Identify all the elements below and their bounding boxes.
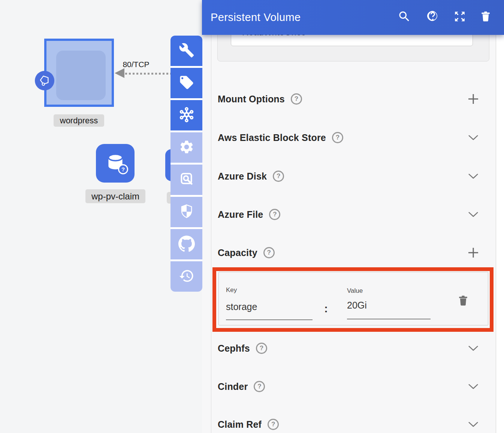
gear-icon — [179, 139, 194, 156]
section-label: Cephfs — [218, 343, 250, 354]
toolbar-shield-button[interactable] — [170, 197, 202, 227]
add-capacity-button[interactable] — [467, 246, 480, 259]
edge-dotted-line — [125, 73, 171, 75]
section-row-azure-file: Azure File ? — [218, 206, 480, 223]
help-icon — [426, 10, 440, 25]
persistent-volume-panel: ReadWriteOnce Persistent Volume — [202, 0, 504, 433]
form-left-border — [211, 35, 211, 433]
section-row-azure-disk: Azure Disk ? — [218, 168, 480, 185]
section-row-aws-ebs: Aws Elastic Block Store ? — [218, 129, 480, 146]
github-icon — [178, 235, 195, 253]
pod-badge — [35, 71, 54, 90]
expand-claim-ref-button[interactable] — [467, 418, 480, 431]
panel-header: Persistent Volume — [202, 0, 504, 35]
help-icon[interactable]: ? — [256, 343, 267, 354]
add-mount-options-button[interactable] — [467, 92, 480, 106]
toolbar-github-button[interactable] — [170, 229, 202, 259]
toolbar-doc-search-button[interactable] — [170, 165, 202, 195]
shield-icon — [179, 204, 194, 221]
section-label: Azure File — [218, 209, 263, 220]
graph-canvas: wordpress 80/TCP ? wp-pv-claim — [0, 0, 202, 433]
toolbar-wrench-button[interactable] — [170, 36, 202, 66]
question-badge: ? — [118, 164, 128, 174]
section-label: Capacity — [218, 247, 257, 258]
toolbar-settings-button[interactable] — [170, 132, 202, 163]
node-label-wp-pv-claim: wp-pv-claim — [85, 189, 145, 203]
search-icon — [398, 10, 411, 25]
help-icon[interactable]: ? — [268, 419, 279, 430]
edge-arrowhead-icon — [115, 68, 124, 78]
delete-button[interactable] — [479, 10, 493, 24]
node-wordpress-group[interactable] — [44, 39, 114, 107]
hub-network-icon — [178, 106, 195, 124]
help-button[interactable] — [426, 10, 440, 24]
expand-azure-disk-button[interactable] — [467, 169, 480, 183]
expand-fullscreen-icon — [453, 10, 466, 24]
form-right-border — [496, 35, 496, 433]
section-label: Aws Elastic Block Store — [218, 132, 326, 143]
help-icon[interactable]: ? — [254, 381, 265, 392]
section-row-cephfs: Cephfs ? — [218, 340, 480, 357]
section-label: Mount Options — [218, 94, 285, 105]
help-icon[interactable]: ? — [269, 209, 280, 220]
help-icon[interactable]: ? — [332, 132, 343, 143]
section-label: Azure Disk — [218, 171, 267, 182]
panel-title: Persistent Volume — [211, 0, 301, 35]
help-icon[interactable]: ? — [263, 247, 275, 258]
toolbar-tag-button[interactable] — [170, 68, 202, 98]
toolbar-history-button[interactable] — [170, 261, 202, 292]
doc-search-icon — [179, 171, 194, 189]
search-button[interactable] — [397, 10, 411, 24]
highlight-annotation-box — [212, 267, 494, 332]
node-label-wordpress: wordpress — [54, 114, 104, 127]
pod-pentagon-icon — [38, 73, 51, 88]
trash-icon — [479, 10, 492, 24]
expand-aws-ebs-button[interactable] — [467, 131, 480, 144]
expand-cinder-button[interactable] — [467, 380, 480, 393]
section-row-claim-ref: Claim Ref ? — [218, 416, 480, 433]
panel-right-gutter — [496, 35, 504, 433]
section-row-mount-options: Mount Options ? — [218, 90, 480, 108]
expand-fullscreen-button[interactable] — [453, 10, 467, 24]
edge-port-label: 80/TCP — [119, 60, 153, 69]
expand-azure-file-button[interactable] — [467, 208, 480, 221]
wrench-icon — [179, 42, 194, 60]
tag-icon — [179, 75, 194, 92]
toolbar-hub-button[interactable] — [170, 100, 202, 130]
section-label: Claim Ref — [218, 419, 262, 430]
section-row-cinder: Cinder ? — [218, 378, 480, 395]
section-row-capacity: Capacity ? — [218, 244, 480, 261]
expand-cephfs-button[interactable] — [467, 342, 480, 355]
section-label: Cinder — [218, 381, 248, 392]
help-icon[interactable]: ? — [291, 93, 302, 105]
node-wordpress-inner — [56, 51, 106, 100]
history-icon — [179, 268, 194, 285]
help-icon[interactable]: ? — [273, 171, 284, 182]
node-wp-pv-claim[interactable]: ? — [96, 144, 135, 183]
canvas-toolbar — [170, 36, 202, 292]
